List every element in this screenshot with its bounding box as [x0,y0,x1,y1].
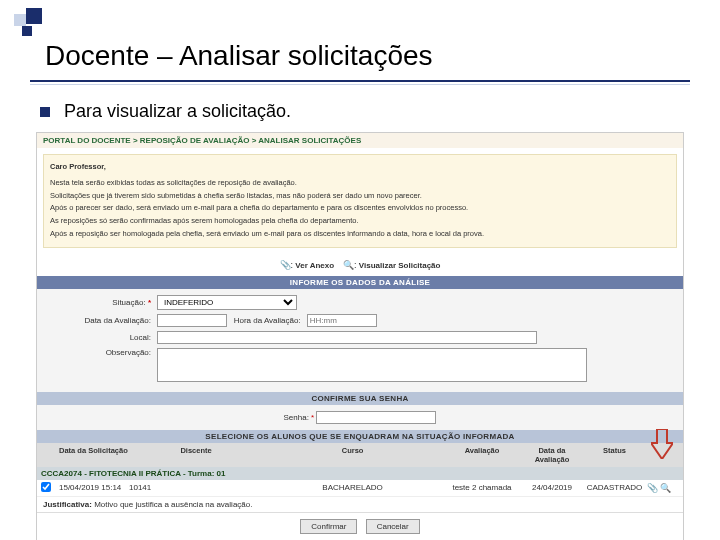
label-hora-avaliacao: Hora da Avaliação: [234,316,307,325]
input-senha[interactable] [316,411,436,424]
slide-title: Docente – Analisar solicitações [45,40,690,72]
corner-decoration [8,8,58,43]
label-observacao: Observação: [47,348,157,357]
greeting: Caro Professor, [50,161,670,174]
cell-discente: 10141 [129,483,263,492]
th-curso: Curso [263,446,442,464]
input-hora-avaliacao[interactable] [307,314,377,327]
th-discente: Discente [129,446,263,464]
th-data-solicitacao: Data da Solicitação [59,446,129,464]
section-header-analise: INFORME OS DADOS DA ANÁLISE [37,276,683,289]
label-senha: Senha: [284,413,309,422]
section-header-alunos: SELECIONE OS ALUNOS QUE SE ENQUADRAM NA … [37,430,683,443]
app-panel: PORTAL DO DOCENTE > REPOSIÇÃO DE AVALIAÇ… [36,132,684,540]
cell-curso: BACHARELADO [263,483,442,492]
label-local: Local: [47,333,157,342]
th-data-avaliacao: Data da Avaliação [522,446,582,464]
row-anexo-icon[interactable]: 📎 [647,483,658,493]
input-data-avaliacao[interactable] [157,314,227,327]
bullet-square-icon [40,107,50,117]
table-row: 15/04/2019 15:14 10141 BACHARELADO teste… [37,480,683,497]
justificativa-text: Motivo que justifica a ausência na avali… [92,500,253,509]
course-group-row: CCCA2074 - FITOTECNIA II PRÁTICA - Turma… [37,467,683,480]
title-underline-light [30,84,690,85]
input-local[interactable] [157,331,537,344]
form-analise: Situação: * INDEFERIDO Data da Avaliação… [37,289,683,392]
info-line: Após a reposição ser homologada pela che… [50,228,670,241]
select-situacao[interactable]: INDEFERIDO [157,295,297,310]
paperclip-icon: 📎: [280,260,294,270]
cell-data: 15/04/2019 15:14 [59,483,129,492]
button-row: Confirmar Cancelar [37,513,683,540]
row-checkbox[interactable] [41,482,51,492]
section-header-senha: CONFIRME SUA SENHA [37,392,683,405]
legend-visualizar: Visualizar Solicitação [359,261,441,270]
cell-avaliacao: teste 2 chamada [442,483,522,492]
bullet-row: Para visualizar a solicitação. [40,101,690,122]
row-visualizar-icon[interactable]: 🔍 [660,483,671,493]
info-line: Solicitações que já tiverem sido submeti… [50,190,670,203]
magnifier-icon: 🔍: [343,260,357,270]
form-senha: Senha: * [37,405,683,430]
cancelar-button[interactable]: Cancelar [366,519,420,534]
th-status: Status [582,446,647,464]
instructions-box: Caro Professor, Nesta tela serão exibida… [43,154,677,248]
label-data-avaliacao: Data da Avaliação: [47,316,157,325]
title-underline [30,80,690,82]
bullet-text: Para visualizar a solicitação. [64,101,291,122]
th-avaliacao: Avaliação [442,446,522,464]
callout-arrow-icon [651,429,673,461]
info-line: Após o parecer ser dado, será enviado um… [50,202,670,215]
label-situacao: Situação: * [47,298,157,307]
confirmar-button[interactable]: Confirmar [300,519,357,534]
textarea-observacao[interactable] [157,348,587,382]
legend-row: 📎: Ver Anexo 🔍: Visualizar Solicitação [37,254,683,276]
info-line: As reposições só serão confirmadas após … [50,215,670,228]
justificativa-row: Justificativa: Motivo que justifica a au… [37,497,683,513]
breadcrumb: PORTAL DO DOCENTE > REPOSIÇÃO DE AVALIAÇ… [37,133,683,148]
cell-status: CADASTRADO [582,483,647,492]
info-line: Nesta tela serão exibidas todas as solic… [50,177,670,190]
justificativa-label: Justificativa: [43,500,92,509]
cell-data-avaliacao: 24/04/2019 [522,483,582,492]
legend-anexo: Ver Anexo [295,261,334,270]
table-header-row: Data da Solicitação Discente Curso Avali… [37,443,683,467]
